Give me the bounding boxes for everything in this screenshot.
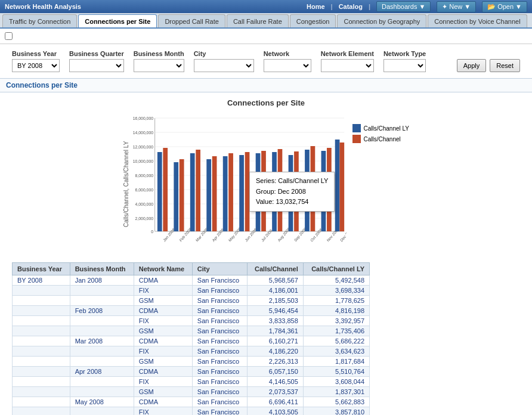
new-label: New	[449, 3, 462, 10]
cell-city: San Francisco	[192, 275, 247, 286]
section-title: Connections per Site	[6, 81, 78, 89]
bar-group-dec: Dec 2008	[335, 140, 347, 243]
cell-city: San Francisco	[192, 387, 247, 397]
business-month-select[interactable]: JanFebMar	[134, 59, 184, 72]
reset-button[interactable]: Reset	[490, 59, 520, 72]
tab-dropped-call[interactable]: Dropped Call Rate	[158, 14, 225, 27]
dashboards-button[interactable]: Dashboards ▼	[376, 1, 431, 12]
chart-legend: Calls/Channel LY Calls/Channel	[352, 112, 409, 256]
network-select[interactable]: CDMAFIXGSM	[264, 59, 311, 72]
bar-group-jun: Jun 2008	[239, 152, 257, 243]
cell-calls-channel-ly: 5,492,548	[303, 275, 369, 286]
cell-city: San Francisco	[192, 357, 247, 367]
cell-business-year	[13, 286, 70, 296]
svg-rect-32	[228, 153, 233, 231]
cell-business-year	[13, 407, 70, 416]
title-bar-right: Home | Catalog | Dashboards ▼ ✦ New ▼ 📂 …	[307, 1, 527, 13]
section-header: Connections per Site	[0, 78, 532, 92]
cell-network-name: FIX	[134, 407, 192, 416]
catalog-link[interactable]: Catalog	[339, 3, 363, 10]
filter-business-year: Business Year BY 2008 BY 2007 BY 2009	[12, 50, 60, 72]
y-axis-label: Calls/Channel, Calls/Channel LY	[123, 112, 129, 256]
tab-connection-voice[interactable]: Connection by Voice Channel	[428, 14, 527, 27]
apply-button[interactable]: Apply	[457, 59, 487, 72]
cell-calls-channel: 2,226,313	[247, 357, 303, 367]
chart-area: 16,000,000 14,000,000 12,000,000 10,000,…	[132, 112, 347, 256]
cell-network-name: GSM	[134, 296, 192, 306]
cell-business-month	[70, 296, 134, 306]
svg-rect-52	[335, 140, 340, 231]
city-select[interactable]: San Francisco	[194, 59, 254, 72]
cell-network-name: CDMA	[134, 367, 192, 377]
table-row: Mar 2008 CDMA San Francisco 6,160,271 5,…	[13, 336, 370, 346]
business-year-label: Business Year	[12, 50, 60, 57]
cell-calls-channel-ly: 1,837,301	[303, 387, 369, 397]
svg-rect-29	[212, 156, 217, 231]
svg-rect-37	[256, 153, 261, 231]
cell-calls-channel: 2,185,503	[247, 296, 303, 306]
svg-text:0: 0	[151, 228, 153, 234]
table-row: GSM San Francisco 2,185,503 1,778,625	[13, 296, 370, 306]
home-link[interactable]: Home	[307, 3, 325, 10]
cell-business-month	[70, 357, 134, 367]
cell-business-month	[70, 346, 134, 357]
legend-label-calls-channel: Calls/Channel	[363, 136, 400, 143]
tab-traffic-connection[interactable]: Traffic by Connection	[2, 14, 77, 27]
tab-connections-site[interactable]: Connections per Site	[78, 14, 157, 27]
business-year-select[interactable]: BY 2008 BY 2007 BY 2009	[12, 59, 60, 72]
svg-text:2,000,000: 2,000,000	[135, 215, 153, 221]
bar-group-apr: Apr 2008	[206, 156, 225, 243]
bar-group-jan: Jan 2008	[157, 148, 175, 243]
cell-business-year	[13, 316, 70, 326]
bar-group-feb: Feb 2008	[174, 159, 192, 243]
filter-business-month: Business Month JanFebMar	[134, 50, 184, 72]
cell-business-month	[70, 377, 134, 387]
open-button[interactable]: 📂 Open ▼	[482, 1, 527, 13]
svg-text:14,000,000: 14,000,000	[133, 129, 153, 135]
legend-item-calls-channel: Calls/Channel	[352, 135, 409, 143]
filter-buttons: Apply Reset	[457, 59, 520, 72]
cell-business-year	[13, 377, 70, 387]
cell-network-name: GSM	[134, 326, 192, 336]
svg-rect-40	[272, 152, 277, 231]
table-row: Apr 2008 CDMA San Francisco 6,057,150 5,…	[13, 367, 370, 377]
cell-business-year	[13, 296, 70, 306]
cell-calls-channel-ly: 3,634,623	[303, 346, 369, 357]
legend-color-calls-channel-ly	[352, 124, 361, 132]
cell-city: San Francisco	[192, 296, 247, 306]
filter-business-quarter: Business Quarter Q1Q2Q3Q4	[69, 50, 124, 72]
table-row: FIX San Francisco 4,103,505 3,857,810	[13, 407, 370, 416]
app-title: Network Health Analysis	[5, 3, 81, 10]
cell-network-name: FIX	[134, 346, 192, 357]
open-label: Open	[497, 3, 514, 10]
business-quarter-select[interactable]: Q1Q2Q3Q4	[69, 59, 124, 72]
data-table-wrapper: Business Year Business Month Network Nam…	[0, 262, 532, 415]
tab-call-failure[interactable]: Call Failure Rate	[227, 14, 289, 27]
network-element-select[interactable]	[321, 59, 374, 72]
svg-rect-23	[180, 159, 184, 231]
tab-congestion[interactable]: Congestion	[290, 14, 336, 27]
new-icon: ✦	[442, 3, 447, 11]
tab-connection-geo[interactable]: Connection by Geography	[337, 14, 426, 27]
toolbar-checkbox[interactable]	[5, 32, 13, 40]
table-row: FIX San Francisco 4,146,505 3,608,044	[13, 377, 370, 387]
svg-rect-46	[305, 150, 310, 231]
new-button[interactable]: ✦ New ▼	[437, 1, 476, 13]
svg-text:6,000,000: 6,000,000	[135, 187, 153, 193]
network-type-select[interactable]	[383, 59, 426, 72]
cell-city: San Francisco	[192, 397, 247, 407]
chart-wrapper: Connections per Site Calls/Channel, Call…	[123, 98, 409, 256]
cell-city: San Francisco	[192, 316, 247, 326]
chart-container: Connections per Site Calls/Channel, Call…	[0, 92, 532, 262]
network-type-label: Network Type	[383, 50, 426, 57]
cell-business-month: Mar 2008	[70, 336, 134, 346]
cell-business-year	[13, 367, 70, 377]
svg-rect-31	[223, 156, 228, 231]
cell-calls-channel: 6,057,150	[247, 367, 303, 377]
cell-network-name: GSM	[134, 387, 192, 397]
svg-rect-22	[174, 162, 178, 231]
cell-network-name: FIX	[134, 286, 192, 296]
cell-business-year	[13, 346, 70, 357]
dashboards-arrow-icon: ▼	[419, 3, 425, 10]
cell-business-year	[13, 326, 70, 336]
